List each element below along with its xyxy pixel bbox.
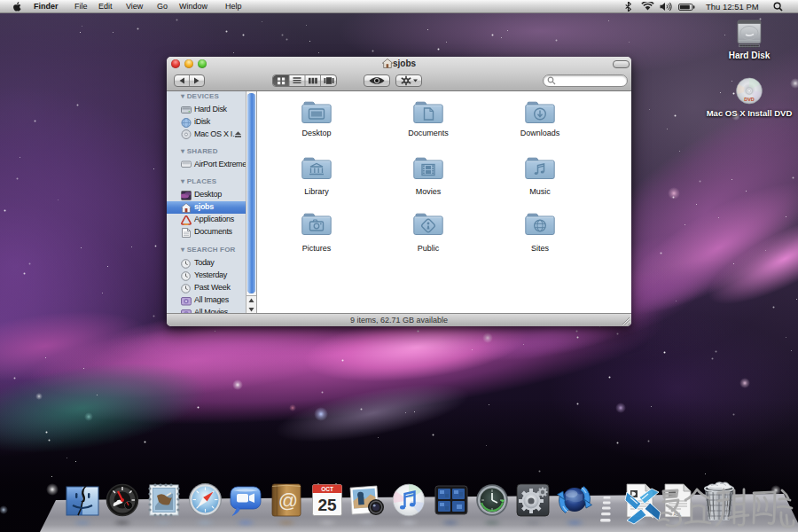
svg-text:25: 25 xyxy=(317,496,337,514)
svg-text:@: @ xyxy=(278,489,298,512)
svg-text:DVD: DVD xyxy=(744,97,755,102)
svg-text:OCT: OCT xyxy=(321,486,333,492)
